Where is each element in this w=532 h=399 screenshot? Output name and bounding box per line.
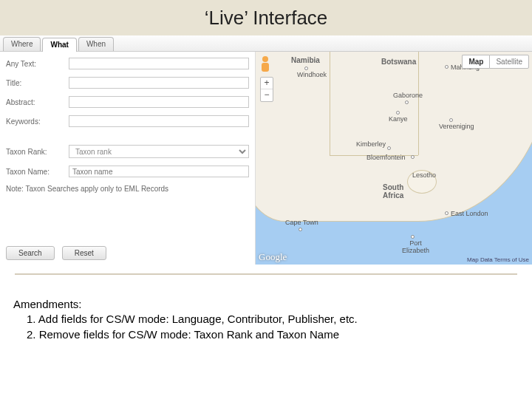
taxon-note: Note: Taxon Searches apply only to EML R…	[6, 185, 249, 193]
taxonname-input[interactable]	[69, 166, 249, 177]
city-dot	[445, 65, 449, 69]
amendments-block: Amendments: 1. Add fields for CS/W mode:…	[0, 275, 532, 342]
title-label: Title:	[6, 79, 69, 87]
taxonname-label: Taxon Name:	[6, 168, 69, 176]
anytext-label: Any Text:	[6, 60, 69, 68]
taxonrank-label: Taxon Rank:	[6, 148, 69, 156]
city-dot	[387, 146, 391, 150]
app-panel: Where What When Any Text: Title: Abstrac…	[0, 35, 532, 265]
map-border	[418, 52, 419, 155]
reset-button[interactable]: Reset	[62, 246, 106, 260]
city-dot	[411, 155, 415, 159]
google-logo: Google	[259, 251, 287, 263]
city-eastlondon: East London	[451, 210, 488, 217]
zoom-in-button[interactable]: +	[261, 78, 273, 89]
country-namibia: Namibia	[291, 56, 320, 64]
maptype-control: Map Satellite	[462, 55, 529, 69]
keywords-label: Keywords:	[6, 117, 69, 126]
city-dot	[396, 111, 400, 115]
tab-when[interactable]: When	[78, 37, 114, 51]
city-dot	[445, 211, 449, 215]
search-form: Any Text: Title: Abstract: Keywords: Tax…	[0, 52, 255, 265]
city-kanye: Kanye	[389, 115, 408, 123]
city-capetown: Cape Town	[285, 219, 318, 226]
amendment-1: 1. Add fields for CS/W mode: Language, C…	[13, 312, 519, 327]
slide-title-bar: ‘Live’ Interface	[0, 0, 532, 35]
zoom-out-button[interactable]: −	[261, 89, 273, 101]
city-dot	[299, 228, 302, 231]
search-button[interactable]: Search	[6, 246, 55, 260]
city-bloemfontein: Bloemfontein	[366, 154, 406, 161]
taxonrank-select[interactable]: Taxon rank	[69, 145, 249, 158]
title-input[interactable]	[69, 77, 249, 89]
anytext-input[interactable]	[69, 58, 249, 69]
city-dot	[411, 235, 415, 239]
map[interactable]: Namibia Botswana South Africa Lesotho Wi…	[255, 52, 532, 265]
country-botswana: Botswana	[381, 58, 416, 66]
tab-where[interactable]: Where	[3, 37, 41, 51]
amendments-heading: Amendments:	[13, 297, 519, 312]
amendment-2: 2. Remove fields for CS/W mode: Taxon Ra…	[13, 327, 519, 342]
maptype-map-button[interactable]: Map	[462, 55, 489, 69]
map-terms[interactable]: Map Data Terms of Use	[467, 256, 529, 263]
city-gaborone: Gaborone	[393, 92, 423, 99]
city-dot	[405, 100, 409, 104]
map-border	[330, 52, 330, 155]
abstract-label: Abstract:	[6, 98, 69, 106]
city-windhoek: Windhoek	[297, 71, 327, 78]
city-kimberley: Kimberley	[356, 140, 386, 148]
city-pe: Port Elizabeth	[402, 239, 429, 254]
country-southafrica: South Africa	[383, 183, 403, 200]
page-title: ‘Live’ Interface	[205, 7, 328, 30]
zoom-control: + −	[260, 77, 273, 102]
form-buttons: Search Reset	[6, 246, 106, 260]
country-lesotho: Lesotho	[412, 171, 436, 179]
city-vereeniging: Vereeniging	[439, 123, 474, 130]
abstract-input[interactable]	[69, 96, 249, 108]
tab-what[interactable]: What	[42, 38, 76, 52]
content-area: Any Text: Title: Abstract: Keywords: Tax…	[0, 52, 532, 265]
keywords-input[interactable]	[69, 115, 249, 127]
pegman-icon[interactable]	[260, 56, 270, 72]
maptype-satellite-button[interactable]: Satellite	[489, 55, 529, 69]
city-dot	[449, 118, 453, 122]
tab-strip: Where What When	[0, 35, 532, 52]
city-dot	[304, 66, 308, 70]
